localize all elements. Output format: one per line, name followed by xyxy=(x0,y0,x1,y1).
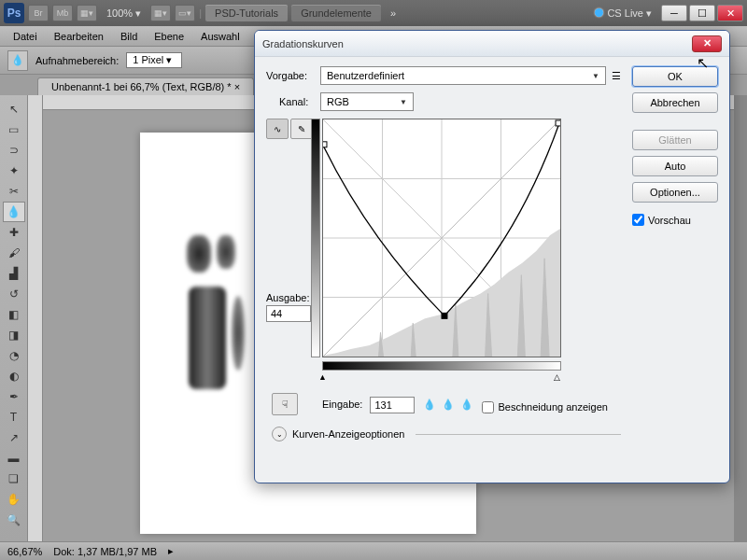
screenmode-button[interactable]: ▭▾ xyxy=(175,5,195,21)
menu-datei[interactable]: Datei xyxy=(6,29,45,44)
svg-rect-11 xyxy=(556,120,560,126)
toolbox: ↖ ▭ ⊃ ✦ ✂ 💧 ✚ 🖌 ▟ ↺ ◧ ◨ ◔ ◐ ✒ T ↗ ▬ ❏ ✋ … xyxy=(0,95,28,541)
status-bar: 66,67% Dok: 1,37 MB/1,97 MB ▸ xyxy=(0,541,747,560)
marquee-tool[interactable]: ▭ xyxy=(3,119,25,140)
clipping-checkbox[interactable]: Beschneidung anzeigen xyxy=(482,401,607,413)
blur-tool[interactable]: ◔ xyxy=(3,345,25,366)
black-eyedropper[interactable]: 💧 xyxy=(422,397,437,412)
white-eyedropper[interactable]: 💧 xyxy=(459,397,474,412)
arrange-button[interactable]: ▦▾ xyxy=(150,5,171,21)
cancel-button[interactable]: Abbrechen xyxy=(632,92,718,113)
heal-tool[interactable]: ✚ xyxy=(3,222,25,243)
move-tool[interactable]: ↖ xyxy=(3,99,25,119)
output-field[interactable]: 44 xyxy=(266,305,311,322)
viewmode-button[interactable]: ▦▾ xyxy=(77,5,97,21)
display-options-expand[interactable]: ⌄ xyxy=(272,427,287,441)
pen-tool[interactable]: ✒ xyxy=(3,386,25,407)
status-zoom[interactable]: 66,67% xyxy=(7,546,42,557)
ruler-vertical[interactable] xyxy=(28,95,43,541)
target-adjust-tool[interactable]: ☟ xyxy=(272,393,298,415)
right-panel-collapsed[interactable] xyxy=(734,95,747,541)
curve-point-tool[interactable]: ∿ xyxy=(266,119,289,139)
ps-logo: Ps xyxy=(4,3,24,23)
app-titlebar: Ps Br Mb ▦▾ 100% ▾ ▦▾ ▭▾ | PSD-Tutorials… xyxy=(0,0,747,26)
workspace-more[interactable]: » xyxy=(385,6,402,21)
display-options-label: Kurven-Anzeigeoptionen xyxy=(292,428,404,440)
svg-rect-9 xyxy=(323,142,327,147)
lasso-tool[interactable]: ⊃ xyxy=(3,140,25,161)
dialog-title: Gradationskurven xyxy=(262,38,692,49)
zoom-tool[interactable]: 🔍 xyxy=(3,510,25,530)
preview-checkbox[interactable]: Vorschau xyxy=(632,214,718,226)
maximize-button[interactable]: ☐ xyxy=(689,5,715,21)
options-button[interactable]: Optionen... xyxy=(632,182,718,203)
menu-auswahl[interactable]: Auswahl xyxy=(193,29,247,44)
bridge-button[interactable]: Br xyxy=(28,5,49,21)
brush-tool[interactable]: 🖌 xyxy=(3,243,25,263)
3d-tool[interactable]: ❏ xyxy=(3,469,25,489)
minimize-button[interactable]: ─ xyxy=(661,5,687,21)
channel-combo[interactable]: RGB▼ xyxy=(320,92,414,111)
white-slider[interactable]: △ xyxy=(554,372,560,382)
workspace-tab-psd[interactable]: PSD-Tutorials xyxy=(205,5,288,21)
workspace-tab-grund[interactable]: Grundelemente xyxy=(291,5,381,21)
hand-tool[interactable]: ✋ xyxy=(3,489,25,510)
ok-button[interactable]: OK xyxy=(632,66,718,87)
stamp-tool[interactable]: ▟ xyxy=(3,263,25,284)
output-gradient xyxy=(311,119,320,357)
input-label: Eingabe: xyxy=(322,399,362,410)
preset-label: Vorgabe: xyxy=(266,70,315,81)
preset-combo[interactable]: Benutzerdefiniert▼ xyxy=(320,66,606,85)
close-button[interactable]: ✕ xyxy=(717,5,743,21)
tool-preset[interactable]: 💧 xyxy=(7,50,28,71)
zoom-field[interactable]: 100% ▾ xyxy=(101,6,147,21)
path-tool[interactable]: ↗ xyxy=(3,427,25,448)
samplesize-label: Aufnahmebereich: xyxy=(35,55,119,66)
cslive-menu[interactable]: CS Live ▾ xyxy=(589,7,657,20)
menu-bearbeiten[interactable]: Bearbeiten xyxy=(47,29,111,44)
channel-label: Kanal: xyxy=(279,96,315,107)
type-tool[interactable]: T xyxy=(3,407,25,427)
eraser-tool[interactable]: ◧ xyxy=(3,304,25,325)
output-label: Ausgabe: xyxy=(266,292,317,303)
dodge-tool[interactable]: ◐ xyxy=(3,366,25,386)
menu-ebene[interactable]: Ebene xyxy=(147,29,191,44)
wand-tool[interactable]: ✦ xyxy=(3,161,25,181)
curve-draw-tool[interactable]: ✎ xyxy=(290,119,313,139)
menu-bild[interactable]: Bild xyxy=(113,29,145,44)
minibridge-button[interactable]: Mb xyxy=(52,5,73,21)
shape-tool[interactable]: ▬ xyxy=(3,448,25,469)
dialog-close-button[interactable]: ✕ xyxy=(692,35,722,52)
input-gradient xyxy=(322,361,561,371)
crop-tool[interactable]: ✂ xyxy=(3,181,25,202)
samplesize-select[interactable]: 1 Pixel ▾ xyxy=(126,52,182,68)
preset-menu-icon[interactable]: ☰ xyxy=(612,70,621,82)
auto-button[interactable]: Auto xyxy=(632,156,718,176)
status-dok[interactable]: Dok: 1,37 MB/1,97 MB xyxy=(53,546,157,557)
svg-rect-10 xyxy=(442,313,447,318)
curves-dialog: Gradationskurven ✕ Vorgabe: Benutzerdefi… xyxy=(254,30,730,483)
dialog-titlebar[interactable]: Gradationskurven ✕ xyxy=(255,31,729,57)
gray-eyedropper[interactable]: 💧 xyxy=(441,397,456,412)
black-slider[interactable]: ▲ xyxy=(318,372,327,382)
document-tab[interactable]: Unbenannt-1 bei 66,7% (Text, RGB/8) * × xyxy=(37,77,254,95)
smooth-button[interactable]: Glätten xyxy=(632,130,718,150)
eyedropper-tool[interactable]: 💧 xyxy=(3,202,25,222)
history-tool[interactable]: ↺ xyxy=(3,284,25,304)
input-field[interactable]: 131 xyxy=(370,397,415,413)
curves-plot[interactable]: ▲ △ xyxy=(322,119,582,378)
gradient-tool[interactable]: ◨ xyxy=(3,325,25,345)
